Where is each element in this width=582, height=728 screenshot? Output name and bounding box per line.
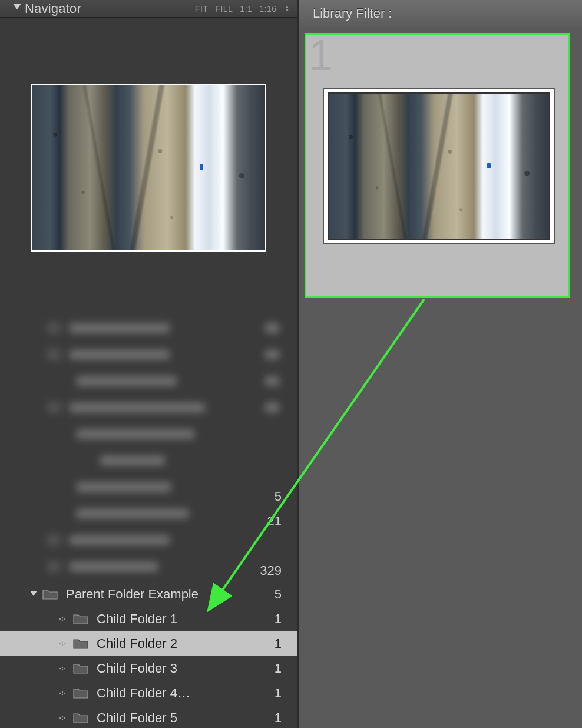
folder-disclosure-icon[interactable]	[29, 591, 38, 598]
svg-marker-1	[30, 591, 37, 596]
folder-label: Child Folder 4…	[97, 686, 190, 701]
folder-dots-icon	[59, 616, 67, 622]
navigator-preview-area	[0, 18, 297, 312]
svg-point-13	[64, 668, 65, 669]
zoom-fill[interactable]: FILL	[215, 4, 233, 14]
folder-count-blurred-b: 21	[267, 514, 282, 529]
svg-point-19	[62, 716, 63, 717]
folders-panel: 5 21 329 Parent Folder Example 5 Child F…	[0, 315, 297, 728]
folder-count-blurred-a: 5	[275, 489, 282, 504]
folder-dots-icon	[59, 666, 67, 671]
left-panel: Navigator FIT FILL 1:1 1:16 ▲▼	[0, 0, 297, 728]
svg-point-7	[62, 642, 63, 643]
svg-point-9	[64, 643, 65, 644]
navigator-thumbnail[interactable]	[31, 84, 266, 252]
svg-point-4	[62, 620, 63, 621]
folder-row-child-3[interactable]: Child Folder 31	[0, 656, 297, 681]
folder-count: 1	[275, 710, 282, 726]
folder-dots-icon	[59, 690, 67, 696]
climber-icon	[487, 163, 491, 168]
grid-thumbnail-frame	[323, 88, 555, 244]
svg-point-8	[62, 644, 63, 646]
folder-label: Child Folder 1	[97, 611, 177, 627]
svg-point-12	[62, 669, 63, 670]
folder-count: 5	[275, 587, 282, 602]
svg-point-2	[59, 618, 61, 620]
svg-point-10	[59, 668, 61, 669]
folder-label: Child Folder 2	[97, 636, 177, 651]
folder-dots-icon	[59, 715, 67, 721]
navigator-title: Navigator	[25, 1, 81, 16]
folder-icon	[73, 712, 88, 724]
folder-list: Parent Folder Example 5 Child Folder 11C…	[0, 582, 297, 728]
zoom-1-1[interactable]: 1:1	[240, 4, 252, 14]
folder-label: Parent Folder Example	[66, 587, 199, 602]
zoom-stepper-icon[interactable]: ▲▼	[285, 5, 290, 12]
svg-point-6	[59, 643, 61, 644]
grid-cell-index: 1	[309, 30, 333, 80]
zoom-ratio[interactable]: 1:16	[259, 4, 276, 14]
folder-row-child-1[interactable]: Child Folder 11	[0, 607, 297, 631]
folder-icon	[73, 663, 88, 674]
folder-label: Child Folder 3	[97, 661, 177, 676]
folder-count: 1	[275, 636, 282, 651]
library-filter-title: Library Filter :	[313, 6, 392, 21]
library-filter-header: Library Filter :	[299, 0, 582, 27]
folder-count: 1	[275, 611, 282, 627]
folder-count: 1	[275, 661, 282, 676]
svg-point-17	[64, 693, 65, 694]
folder-count: 1	[275, 686, 282, 701]
svg-marker-0	[13, 4, 21, 9]
folder-row-child-5[interactable]: Child Folder 51	[0, 706, 297, 728]
folder-row-child-4[interactable]: Child Folder 4…1	[0, 681, 297, 706]
folder-label: Child Folder 5	[97, 710, 177, 726]
navigator-zoom-options: FIT FILL 1:1 1:16 ▲▼	[195, 4, 297, 14]
folder-row-child-2[interactable]: Child Folder 21	[0, 631, 297, 656]
navigator-header: Navigator FIT FILL 1:1 1:16 ▲▼	[0, 0, 297, 18]
folder-icon	[42, 588, 58, 600]
climber-icon	[200, 164, 203, 170]
svg-point-14	[59, 693, 61, 694]
folder-icon	[73, 638, 88, 650]
folder-row-parent[interactable]: Parent Folder Example 5	[0, 582, 297, 607]
folder-icon	[73, 613, 88, 625]
svg-point-3	[62, 617, 63, 618]
svg-point-5	[64, 618, 65, 620]
grid-thumbnail-cell[interactable]: 1	[305, 33, 570, 298]
navigator-disclosure-icon[interactable]	[13, 4, 21, 14]
folder-count-blurred-c: 329	[260, 563, 282, 578]
folder-icon	[73, 687, 88, 699]
svg-point-15	[62, 691, 63, 693]
library-panel: Library Filter : 1	[297, 0, 582, 728]
folder-dots-icon	[59, 641, 67, 647]
svg-point-11	[62, 667, 63, 668]
svg-point-18	[59, 717, 61, 719]
svg-point-16	[62, 694, 63, 695]
svg-point-21	[64, 717, 65, 719]
blurred-folder-list	[0, 315, 297, 580]
svg-point-20	[62, 719, 63, 720]
zoom-fit[interactable]: FIT	[195, 4, 209, 14]
